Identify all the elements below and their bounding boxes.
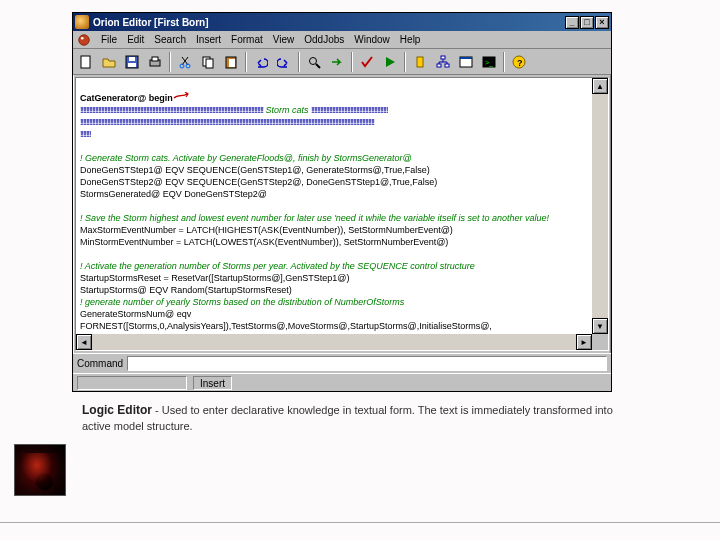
toolbar-separator <box>245 52 247 72</box>
caption-dash: - <box>152 404 162 416</box>
svg-point-1 <box>81 36 84 39</box>
goto-button[interactable] <box>326 52 348 72</box>
paste-button[interactable] <box>220 52 242 72</box>
toolbar-separator <box>298 52 300 72</box>
bookmark-button[interactable] <box>409 52 431 72</box>
copy-button[interactable] <box>197 52 219 72</box>
app-icon <box>75 15 89 29</box>
menu-format[interactable]: Format <box>231 34 263 45</box>
orion-menu-icon[interactable] <box>77 33 91 47</box>
svg-rect-19 <box>445 64 449 67</box>
command-bar: Command <box>73 353 611 373</box>
svg-rect-21 <box>460 57 472 59</box>
titlebar[interactable]: Orion Editor [First Born] _ □ × <box>73 13 611 31</box>
close-button[interactable]: × <box>595 16 609 29</box>
svg-rect-18 <box>437 64 441 67</box>
svg-point-14 <box>310 57 317 64</box>
check-button[interactable] <box>356 52 378 72</box>
svg-rect-7 <box>152 57 158 61</box>
window-title: Orion Editor [First Born] <box>93 17 209 28</box>
menu-search[interactable]: Search <box>154 34 186 45</box>
toolbar: >_ ? <box>73 49 611 75</box>
help-button[interactable]: ? <box>508 52 530 72</box>
toolbar-separator <box>169 52 171 72</box>
svg-rect-13 <box>229 59 235 67</box>
console-button[interactable]: >_ <box>478 52 500 72</box>
svg-rect-5 <box>129 57 135 61</box>
caption-text: Used to enter declarative knowledge in t… <box>82 404 613 432</box>
scroll-corner <box>592 334 608 350</box>
editor-area: CatGenerator@ begin !!!!!!!!!!!!!!!!!!!!… <box>75 77 609 351</box>
run-button[interactable] <box>379 52 401 72</box>
save-button[interactable] <box>121 52 143 72</box>
minimize-button[interactable]: _ <box>565 16 579 29</box>
tree-button[interactable] <box>432 52 454 72</box>
svg-text:?: ? <box>517 58 523 68</box>
command-input[interactable] <box>127 356 607 371</box>
svg-point-0 <box>79 34 90 45</box>
new-button[interactable] <box>75 52 97 72</box>
caption: Logic Editor - Used to enter declarative… <box>82 402 642 434</box>
editor-text[interactable]: CatGenerator@ begin !!!!!!!!!!!!!!!!!!!!… <box>76 78 608 351</box>
statusbar: Insert <box>73 373 611 391</box>
menu-insert[interactable]: Insert <box>196 34 221 45</box>
caption-title: Logic Editor <box>82 403 152 417</box>
scroll-right-button[interactable]: ► <box>576 334 592 350</box>
scroll-up-button[interactable]: ▲ <box>592 78 608 94</box>
menubar: File Edit Search Insert Format View OddJ… <box>73 31 611 49</box>
menu-window[interactable]: Window <box>354 34 390 45</box>
maximize-button[interactable]: □ <box>580 16 594 29</box>
footer-rule <box>0 522 720 523</box>
menu-oddjobs[interactable]: OddJobs <box>304 34 344 45</box>
toolbar-separator <box>404 52 406 72</box>
svg-rect-11 <box>206 59 213 68</box>
undo-button[interactable] <box>250 52 272 72</box>
menu-file[interactable]: File <box>101 34 117 45</box>
scroll-track[interactable] <box>592 94 608 318</box>
svg-rect-17 <box>441 56 445 59</box>
command-label: Command <box>77 358 123 369</box>
scroll-track[interactable] <box>92 334 576 350</box>
vertical-scrollbar[interactable]: ▲ ▼ <box>592 78 608 334</box>
open-button[interactable] <box>98 52 120 72</box>
toolbar-separator <box>503 52 505 72</box>
svg-rect-4 <box>128 63 136 67</box>
redo-button[interactable] <box>273 52 295 72</box>
window-controls: _ □ × <box>565 16 609 29</box>
menu-help[interactable]: Help <box>400 34 421 45</box>
status-panel-1 <box>77 376 187 390</box>
menu-view[interactable]: View <box>273 34 295 45</box>
window-button[interactable] <box>455 52 477 72</box>
svg-rect-16 <box>417 57 423 67</box>
scroll-left-button[interactable]: ◄ <box>76 334 92 350</box>
find-button[interactable] <box>303 52 325 72</box>
print-button[interactable] <box>144 52 166 72</box>
toolbar-separator <box>351 52 353 72</box>
nebula-thumbnail <box>14 444 66 496</box>
scroll-down-button[interactable]: ▼ <box>592 318 608 334</box>
menu-edit[interactable]: Edit <box>127 34 144 45</box>
svg-text:>_: >_ <box>485 59 493 67</box>
cut-button[interactable] <box>174 52 196 72</box>
svg-line-15 <box>316 64 320 68</box>
horizontal-scrollbar[interactable]: ◄ ► <box>76 334 592 350</box>
status-panel-insert: Insert <box>193 376 232 390</box>
svg-rect-2 <box>81 56 90 68</box>
app-window: Orion Editor [First Born] _ □ × File Edi… <box>72 12 612 392</box>
